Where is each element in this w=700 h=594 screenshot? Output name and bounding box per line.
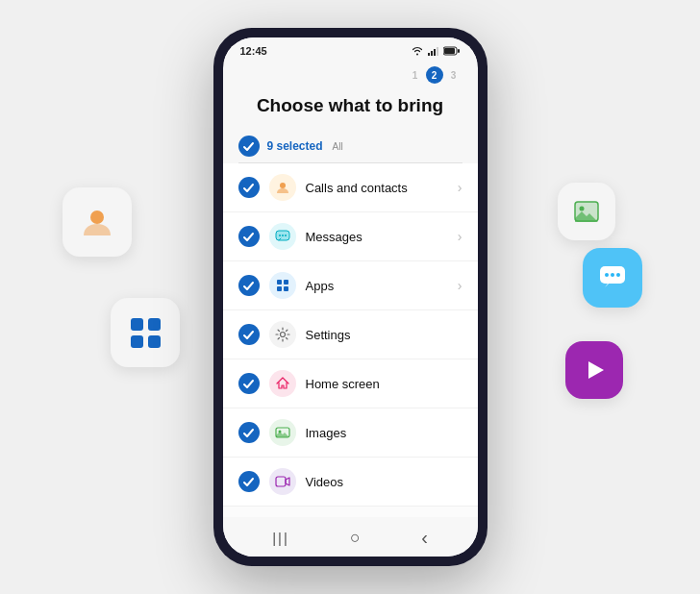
apps-grid-icon [115, 303, 176, 363]
status-time: 12:45 [240, 45, 267, 57]
videos-label: Videos [306, 475, 462, 489]
floating-chat-icon [583, 248, 642, 308]
calls-person-icon [275, 180, 290, 195]
svg-rect-29 [276, 477, 286, 486]
svg-rect-9 [428, 53, 430, 56]
nav-home-icon[interactable]: ○ [350, 528, 361, 548]
svg-rect-12 [437, 47, 438, 56]
screen-content: Choose what to bring 9 selected All [223, 86, 478, 517]
floating-person-icon [62, 187, 132, 257]
messages-item-icon-wrap [269, 223, 296, 250]
step-indicator: 1 2 3 [223, 61, 478, 86]
settings-gear-icon [275, 327, 290, 342]
list-item-videos[interactable]: Videos [223, 458, 478, 507]
select-all-checkbox[interactable] [238, 136, 260, 157]
nav-menu-icon[interactable]: ||| [272, 530, 289, 546]
images-checkbox[interactable] [238, 422, 260, 443]
calls-check-icon [242, 182, 255, 194]
status-icons [411, 46, 461, 56]
homescreen-item-icon-wrap [269, 370, 296, 397]
homescreen-label: Home screen [306, 377, 462, 391]
select-all-row[interactable]: 9 selected All [223, 130, 478, 162]
floating-video-icon [565, 341, 623, 399]
bottom-navigation: ||| ○ ‹ [223, 517, 478, 557]
messages-label: Messages [306, 230, 448, 244]
list-item-calls[interactable]: Calls and contacts › [223, 163, 478, 212]
signal-icon [428, 46, 439, 56]
calls-label: Calls and contacts [306, 181, 448, 195]
svg-rect-22 [277, 280, 282, 285]
apps-dot-3 [131, 335, 143, 348]
list-item-images[interactable]: Images [223, 408, 478, 458]
apps-dot-2 [148, 318, 161, 331]
calls-checkbox[interactable] [238, 177, 260, 198]
svg-rect-23 [284, 280, 288, 285]
svg-point-26 [280, 333, 285, 337]
svg-point-5 [605, 273, 609, 277]
list-item-settings[interactable]: Settings [223, 310, 478, 359]
nav-back-icon[interactable]: ‹ [421, 527, 428, 549]
settings-label: Settings [306, 328, 462, 342]
calls-item-icon-wrap [269, 174, 296, 201]
svg-rect-15 [458, 49, 460, 53]
battery-icon [443, 46, 461, 56]
settings-check-icon [242, 329, 255, 341]
floating-image-icon [558, 183, 615, 240]
apps-check-icon [242, 280, 255, 292]
svg-rect-14 [444, 48, 455, 54]
phone-screen: 12:45 [223, 37, 478, 557]
wifi-icon [411, 46, 424, 56]
images-label: Images [306, 426, 462, 440]
homescreen-checkbox[interactable] [238, 373, 260, 394]
images-check-icon [242, 427, 255, 439]
videos-play-icon [275, 474, 290, 489]
videos-check-icon [242, 476, 255, 488]
check-icon [242, 140, 255, 153]
home-icon [275, 376, 290, 391]
messages-checkbox[interactable] [238, 226, 260, 247]
step-3: 3 [445, 66, 462, 84]
svg-rect-10 [431, 51, 433, 56]
videos-checkbox[interactable] [238, 471, 260, 492]
homescreen-check-icon [242, 378, 255, 390]
apps-label: Apps [306, 279, 448, 293]
svg-marker-8 [588, 361, 604, 379]
messages-chevron-icon: › [458, 229, 462, 244]
svg-point-16 [280, 183, 286, 188]
calls-chevron-icon: › [458, 180, 462, 195]
svg-rect-25 [284, 286, 288, 291]
step-1: 1 [407, 66, 424, 84]
status-bar: 12:45 [223, 37, 478, 61]
apps-chevron-icon: › [458, 278, 462, 293]
apps-dot-4 [148, 335, 161, 348]
floating-apps-icon [111, 298, 180, 367]
svg-point-19 [279, 235, 281, 236]
images-icon [275, 425, 290, 440]
apps-dot-1 [131, 318, 143, 331]
list-item-messages[interactable]: Messages › [223, 212, 478, 261]
apps-checkbox[interactable] [238, 275, 260, 296]
list-item-apps[interactable]: Apps › [223, 261, 478, 310]
svg-rect-11 [434, 49, 436, 56]
settings-checkbox[interactable] [238, 324, 260, 345]
list-item-homescreen[interactable]: Home screen [223, 359, 478, 408]
chat-svg-icon [597, 262, 628, 293]
list-item-audio-partial[interactable]: Audio [223, 507, 478, 517]
selected-count-label: 9 selected [267, 139, 323, 153]
svg-point-3 [580, 207, 585, 211]
videos-item-icon-wrap [269, 468, 296, 495]
phone-device: 12:45 [213, 28, 488, 566]
svg-point-0 [90, 210, 104, 224]
phone-body: 12:45 [213, 28, 488, 566]
svg-point-7 [616, 273, 620, 277]
images-item-icon-wrap [269, 419, 296, 446]
video-svg-icon [581, 357, 608, 384]
page-title: Choose what to bring [223, 86, 478, 130]
messages-chat-icon [275, 229, 290, 244]
step-2: 2 [426, 66, 443, 84]
all-sub-label: All [333, 141, 343, 152]
image-svg-icon [572, 197, 601, 226]
apps-grid-item-icon [275, 278, 290, 293]
svg-rect-24 [277, 286, 282, 291]
messages-check-icon [242, 231, 255, 243]
